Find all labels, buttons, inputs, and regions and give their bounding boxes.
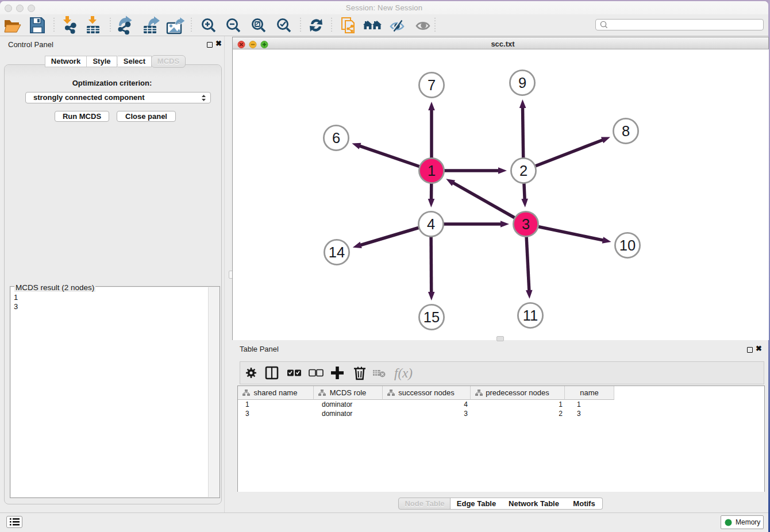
svg-text:2: 2 — [519, 163, 528, 179]
svg-text:f(x): f(x) — [394, 366, 413, 380]
svg-text:15: 15 — [424, 309, 440, 325]
svg-text:1: 1 — [428, 163, 436, 179]
svg-text:4: 4 — [427, 216, 435, 232]
svg-text:9: 9 — [518, 75, 526, 91]
svg-text:7: 7 — [428, 77, 436, 93]
svg-text:8: 8 — [622, 123, 630, 139]
svg-text:11: 11 — [523, 307, 538, 323]
svg-text:10: 10 — [619, 237, 636, 253]
svg-text:14: 14 — [329, 244, 345, 260]
svg-text:6: 6 — [332, 130, 340, 146]
svg-text:3: 3 — [522, 216, 530, 232]
